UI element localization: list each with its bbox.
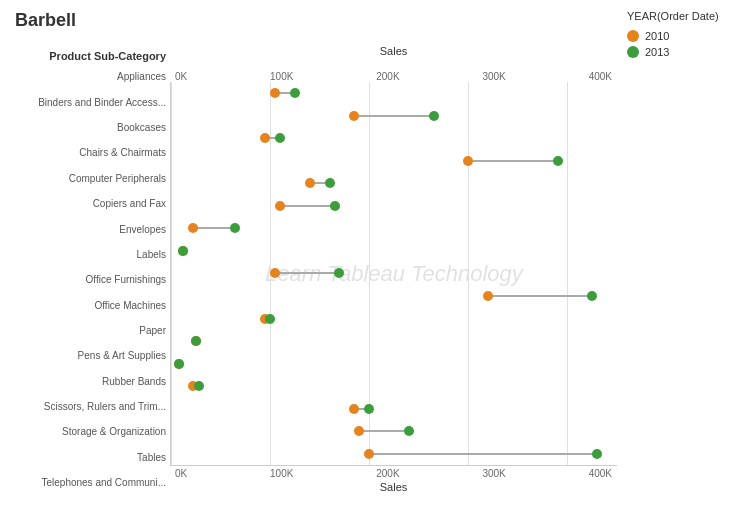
barbell-row	[171, 150, 617, 173]
barbell-row	[171, 442, 617, 465]
y-axis-label: Chairs & Chairmats	[79, 140, 166, 165]
y-axis-label: Computer Peripherals	[69, 166, 166, 191]
barbell-connector	[369, 453, 597, 455]
barbell-row	[171, 217, 617, 240]
x-tick-bottom: 200K	[376, 468, 399, 479]
y-axis-label: Appliances	[117, 64, 166, 89]
y-axis-label: Paper	[139, 318, 166, 343]
barbell-connector	[359, 430, 409, 432]
dot-2013	[330, 201, 340, 211]
barbell-row	[171, 397, 617, 420]
dot-2013	[325, 178, 335, 188]
x-tick-top: 0K	[175, 71, 187, 82]
dot-2013	[334, 268, 344, 278]
y-axis-header: Product Sub-Category	[49, 36, 166, 64]
x-tick-bottom: 300K	[482, 468, 505, 479]
barbell-connector	[354, 115, 433, 117]
barbell-row	[171, 352, 617, 375]
y-axis-label: Tables	[137, 444, 166, 469]
dot-2010	[188, 223, 198, 233]
x-tick-bottom: 100K	[270, 468, 293, 479]
dot-2013	[587, 291, 597, 301]
barbell-row	[171, 195, 617, 218]
dot-2010	[463, 156, 473, 166]
y-axis-label: Labels	[137, 242, 166, 267]
dot-2013	[275, 133, 285, 143]
dot-2013	[553, 156, 563, 166]
dot-2013	[290, 88, 300, 98]
legend-label: 2010	[645, 30, 669, 42]
dot-2013	[364, 404, 374, 414]
barbell-connector	[280, 205, 335, 207]
barbell-connector	[488, 295, 592, 297]
y-axis-label: Storage & Organization	[62, 419, 166, 444]
x-tick-top: 100K	[270, 71, 293, 82]
dot-2013	[429, 111, 439, 121]
y-axis-label: Telephones and Communi...	[41, 470, 166, 495]
barbell-row	[171, 172, 617, 195]
barbell-row	[171, 420, 617, 443]
dot-2010	[354, 426, 364, 436]
x-tick-top: 400K	[589, 71, 612, 82]
y-axis-label: Rubber Bands	[102, 368, 166, 393]
x-tick-top: 300K	[482, 71, 505, 82]
x-tick-bottom: 400K	[589, 468, 612, 479]
dot-2013	[174, 359, 184, 369]
dot-2010	[305, 178, 315, 188]
barbell-connector	[193, 227, 236, 229]
legend-dot	[627, 30, 639, 42]
y-axis-label: Office Furnishings	[86, 267, 166, 292]
legend-title: YEAR(Order Date)	[627, 10, 737, 22]
x-axis-title-top: Sales	[170, 45, 617, 57]
barbell-row	[171, 262, 617, 285]
x-tick-bottom: 0K	[175, 468, 187, 479]
barbell-row	[171, 330, 617, 353]
barbell-connector	[275, 272, 339, 274]
dot-2010	[260, 133, 270, 143]
dot-2010	[275, 201, 285, 211]
dot-2013	[592, 449, 602, 459]
barbell-connector	[468, 160, 557, 162]
dot-2013	[191, 336, 201, 346]
barbell-row	[171, 105, 617, 128]
dot-2010	[349, 111, 359, 121]
dot-2013	[230, 223, 240, 233]
dot-2010	[270, 88, 280, 98]
x-axis-title-bottom: Sales	[170, 479, 617, 495]
barbell-row	[171, 82, 617, 105]
dot-2013	[178, 246, 188, 256]
y-axis-label: Copiers and Fax	[93, 191, 166, 216]
dot-2010	[349, 404, 359, 414]
legend-label: 2013	[645, 46, 669, 58]
dot-2010	[483, 291, 493, 301]
barbell-row	[171, 127, 617, 150]
dot-2013	[194, 381, 204, 391]
y-axis-label: Envelopes	[119, 216, 166, 241]
y-axis-label: Bookcases	[117, 115, 166, 140]
y-axis-label: Scissors, Rulers and Trim...	[44, 394, 166, 419]
barbell-row	[171, 240, 617, 263]
dot-2013	[404, 426, 414, 436]
dot-2010	[364, 449, 374, 459]
legend-dot	[627, 46, 639, 58]
dot-2013	[265, 314, 275, 324]
legend-item: 2010	[627, 30, 737, 42]
dot-2010	[270, 268, 280, 278]
chart-title: Barbell	[10, 10, 617, 31]
barbell-row	[171, 307, 617, 330]
x-tick-top: 200K	[376, 71, 399, 82]
y-axis-label: Binders and Binder Access...	[38, 90, 166, 115]
barbell-row	[171, 375, 617, 398]
y-axis-label: Pens & Art Supplies	[78, 343, 166, 368]
y-axis-label: Office Machines	[94, 292, 166, 317]
legend-item: 2013	[627, 46, 737, 58]
barbell-row	[171, 285, 617, 308]
